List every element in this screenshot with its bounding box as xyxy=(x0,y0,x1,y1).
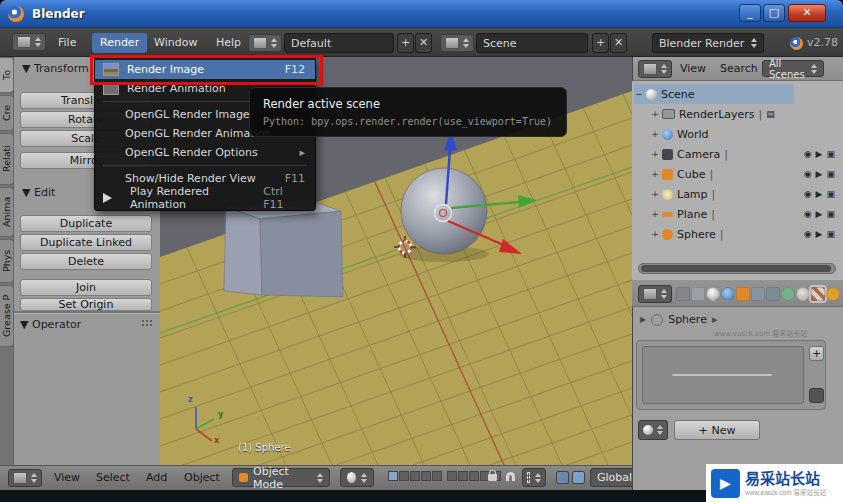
outliner-row-camera[interactable]: + Camera | ◉ ▶ ▣ xyxy=(650,144,840,164)
render-engine-dropdown[interactable]: Blender Render xyxy=(652,33,764,53)
outliner-menu-search[interactable]: Search xyxy=(714,57,764,81)
tab-relations[interactable]: Relati xyxy=(0,133,14,185)
menu-item-play-rendered-animation[interactable]: Play Rendered Animation Ctrl F11 xyxy=(95,188,315,207)
viewport-menu-add[interactable]: Add xyxy=(140,465,173,490)
object-tab-icon[interactable] xyxy=(736,287,750,301)
selectability-pointer-icon[interactable]: ▶ xyxy=(816,169,823,179)
render-tab-icon[interactable] xyxy=(676,287,690,301)
expander-icon[interactable]: + xyxy=(650,129,660,139)
outliner-menu-view[interactable]: View xyxy=(674,57,712,81)
expander-icon[interactable]: − xyxy=(634,89,644,99)
visibility-eye-icon[interactable]: ◉ xyxy=(804,189,812,199)
manipulator-translate-icon[interactable] xyxy=(556,471,569,484)
properties-editor-type-button[interactable] xyxy=(638,285,672,303)
visibility-eye-icon[interactable]: ◉ xyxy=(804,209,812,219)
add-layout-button[interactable]: + xyxy=(397,33,414,53)
world-tab-icon[interactable] xyxy=(721,287,735,301)
lock-icon[interactable] xyxy=(488,474,497,481)
object-data-tab-icon[interactable] xyxy=(781,287,795,301)
expander-icon[interactable]: + xyxy=(650,109,660,119)
selectability-pointer-icon[interactable]: ▶ xyxy=(816,149,823,159)
add-scene-button[interactable]: + xyxy=(592,33,609,53)
editor-type-button[interactable] xyxy=(12,33,46,51)
render-camera-icon[interactable]: ▣ xyxy=(826,189,835,199)
menu-help[interactable]: Help xyxy=(208,33,249,53)
outliner-row-world[interactable]: + World xyxy=(650,124,840,144)
visibility-eye-icon[interactable]: ◉ xyxy=(804,229,812,239)
render-camera-icon[interactable]: ▣ xyxy=(826,169,835,179)
close-button[interactable]: ✕ xyxy=(788,4,826,22)
slot-menu-button[interactable] xyxy=(809,388,824,403)
outliner-row-sphere[interactable]: + Sphere | ◉ ▶ ▣ xyxy=(650,224,840,244)
outliner-row-scene[interactable]: − Scene xyxy=(634,84,794,104)
delete-layout-button[interactable]: ✕ xyxy=(415,33,432,53)
viewport-menu-select[interactable]: Select xyxy=(90,465,136,490)
texture-tab-icon[interactable] xyxy=(811,287,825,301)
tab-physics[interactable]: Phys xyxy=(0,239,14,283)
join-button[interactable]: Join xyxy=(20,279,152,296)
visibility-eye-icon[interactable]: ◉ xyxy=(804,149,812,159)
menu-window[interactable]: Window xyxy=(146,33,205,53)
expander-icon[interactable]: + xyxy=(650,229,660,239)
tab-grease-pencil[interactable]: Grease P xyxy=(0,285,14,347)
outliner-row-cube[interactable]: + Cube | ◉ ▶ ▣ xyxy=(650,164,840,184)
shading-dropdown[interactable] xyxy=(340,468,374,487)
menu-item-opengl-render-options[interactable]: OpenGL Render Options ▸ xyxy=(95,143,315,162)
viewport-editor-type-button[interactable] xyxy=(8,469,42,487)
menu-render[interactable]: Render xyxy=(92,33,147,53)
layers-widget[interactable] xyxy=(388,471,501,481)
transform-panel-header[interactable]: ▼ Transform xyxy=(22,62,89,75)
maximize-button[interactable]: □ xyxy=(763,4,785,22)
outliner-row-renderlayers[interactable]: + RenderLayers | ▤ xyxy=(650,104,840,124)
expander-icon[interactable]: + xyxy=(650,209,660,219)
texture-browse-button[interactable] xyxy=(638,420,668,440)
selectability-pointer-icon[interactable]: ▶ xyxy=(816,189,823,199)
menu-file[interactable]: File xyxy=(50,33,84,53)
render-camera-icon[interactable]: ▣ xyxy=(826,229,835,239)
tab-create[interactable]: Cre xyxy=(0,95,14,131)
tab-animation[interactable]: Anima xyxy=(0,187,14,237)
title-bar[interactable]: Blender _ □ ✕ xyxy=(0,0,843,28)
minimize-button[interactable]: _ xyxy=(739,4,761,22)
manipulator-rotate-icon[interactable] xyxy=(572,471,585,484)
snap-magnet-icon[interactable] xyxy=(506,472,515,481)
scrollbar-thumb[interactable] xyxy=(641,265,831,272)
outliner-editor-type-button[interactable] xyxy=(638,60,672,78)
outliner-row-lamp[interactable]: + Lamp | ◉ ▶ ▣ xyxy=(650,184,840,204)
scene-tab-icon[interactable] xyxy=(706,287,720,301)
physics-tab-icon[interactable] xyxy=(826,287,840,301)
edit-panel-header[interactable]: ▼ Edit xyxy=(22,186,55,199)
layout-name-field[interactable]: Default xyxy=(284,33,394,53)
renderlayer-toggle-icon[interactable]: ▤ xyxy=(766,109,775,119)
render-camera-icon[interactable]: ▣ xyxy=(826,149,835,159)
add-slot-button[interactable]: + xyxy=(809,346,824,361)
constraints-tab-icon[interactable] xyxy=(751,287,765,301)
set-origin-button[interactable]: Set Origin xyxy=(20,298,152,311)
viewport-menu-view[interactable]: View xyxy=(48,465,86,490)
modifiers-tab-icon[interactable] xyxy=(766,287,780,301)
outliner-scrollbar[interactable] xyxy=(638,263,836,274)
tab-tools[interactable]: To xyxy=(0,57,14,93)
mode-dropdown[interactable]: Object Mode xyxy=(232,468,330,487)
scene-name-field[interactable]: Scene xyxy=(476,33,588,53)
expander-icon[interactable]: + xyxy=(650,169,660,179)
menu-item-render-image[interactable]: Render Image F12 xyxy=(95,60,315,79)
layout-browse-button[interactable] xyxy=(248,34,282,52)
selectability-pointer-icon[interactable]: ▶ xyxy=(816,209,823,219)
outliner-display-dropdown[interactable]: All Scenes xyxy=(762,60,824,77)
panel-divider[interactable] xyxy=(14,311,160,314)
new-texture-button[interactable]: + New xyxy=(674,420,760,440)
snap-element-dropdown[interactable] xyxy=(522,468,546,487)
viewport-menu-object[interactable]: Object xyxy=(178,465,226,490)
expander-icon[interactable]: + xyxy=(650,149,660,159)
delete-scene-button[interactable]: ✕ xyxy=(610,33,627,53)
expander-icon[interactable]: + xyxy=(650,189,660,199)
scene-browse-button[interactable] xyxy=(440,34,474,52)
duplicate-button[interactable]: Duplicate xyxy=(20,215,152,232)
render-camera-icon[interactable]: ▣ xyxy=(826,209,835,219)
material-tab-icon[interactable] xyxy=(796,287,810,301)
operator-panel-header[interactable]: ▼ Operator xyxy=(20,318,81,331)
visibility-eye-icon[interactable]: ◉ xyxy=(804,169,812,179)
render-layers-tab-icon[interactable] xyxy=(691,287,705,301)
delete-button[interactable]: Delete xyxy=(20,253,152,270)
